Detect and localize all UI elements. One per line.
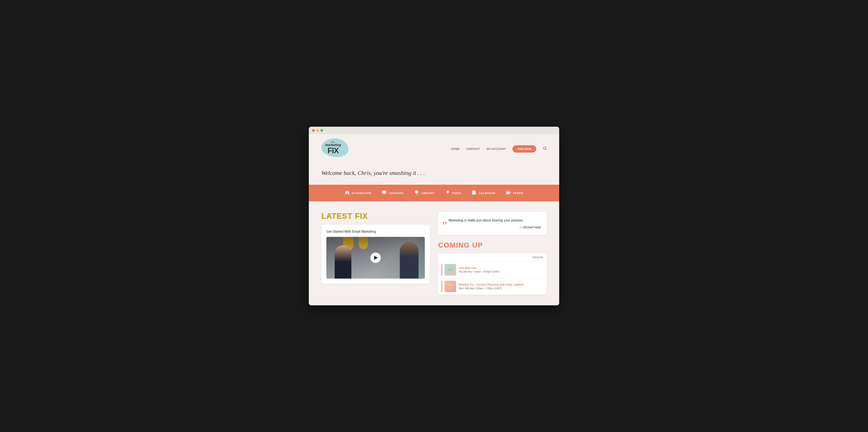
perks-label: PERKS [513, 192, 523, 195]
svg-line-1 [546, 149, 546, 150]
quote-mark-icon: ,, [442, 216, 447, 224]
nav-item-fixes[interactable]: FIXES [445, 190, 461, 196]
nav-item-perks[interactable]: PERKS [506, 190, 523, 196]
monitor-icon [382, 190, 386, 196]
latest-fix-title: LATEST FIX [321, 212, 430, 221]
site-header: the marketing FIX + + HOME CONTACT MY AC… [309, 134, 559, 163]
play-button[interactable] [370, 252, 381, 263]
nav-contact[interactable]: CONTACT [466, 147, 480, 151]
event-info-2: Monthly Fix - Content Planning with Andy… [459, 283, 524, 290]
dashboard-label: DASHBOARD [352, 192, 371, 195]
nav-item-calendar[interactable]: CALENDAR [471, 190, 495, 196]
calendar-icon [471, 190, 476, 196]
join-now-button[interactable]: JOIN NOW [513, 145, 536, 153]
logo-area[interactable]: the marketing FIX + + [321, 138, 350, 159]
video-title: Get Started With Email Marketing [326, 230, 425, 234]
traffic-light-yellow[interactable] [316, 129, 319, 132]
logo-fix: FIX [325, 147, 341, 154]
house-icon [345, 190, 350, 196]
subscribe-button[interactable]: Subscribe [532, 256, 543, 259]
quote-card: ,, Marketing is really just about sharin… [438, 212, 547, 235]
library-label: LIBRARY [421, 192, 435, 195]
nav-my-account[interactable]: MY ACCOUNT [487, 147, 506, 151]
courses-label: COURSES [389, 192, 404, 195]
calendar-header: Subscribe [438, 253, 547, 261]
coffee-icon [506, 190, 511, 196]
browser-window: the marketing FIX + + HOME CONTACT MY AC… [309, 127, 559, 305]
event-date-2: Wed 18th Mar 1:00pm - 2:00pm (GMT) [459, 287, 524, 290]
calendar-event-2[interactable]: FIX Monthly Fix - Content Planning with … [438, 278, 547, 295]
search-icon[interactable] [543, 147, 547, 151]
left-column: LATEST FIX Get Started With Email Market… [321, 212, 430, 295]
event-accent-bar-2 [441, 281, 442, 292]
right-column: ,, Marketing is really just about sharin… [438, 212, 547, 295]
browser-chrome [309, 127, 559, 134]
video-card: Get Started With Email Marketing [321, 225, 430, 284]
event-thumbnail-1: Q&A [445, 264, 456, 276]
nav-item-courses[interactable]: COURSES [382, 190, 404, 196]
logo-plus-symbols: + + [342, 153, 348, 158]
nav-home[interactable]: HOME [451, 147, 460, 151]
main-content: LATEST FIX Get Started With Email Market… [309, 202, 559, 305]
event-accent-bar-1 [441, 264, 442, 276]
main-nav: HOME CONTACT MY ACCOUNT JOIN NOW [451, 145, 547, 153]
quote-author: — Michael Hyatt [448, 225, 541, 229]
fixes-label: FIXES [452, 192, 461, 195]
svg-rect-2 [382, 190, 386, 193]
logo-blob: the marketing FIX + + [321, 138, 350, 159]
event-title-2: Monthly Fix - Content Planning with Andy… [459, 283, 524, 286]
lightbulb-icon [445, 190, 450, 196]
quote-text: Marketing is really just about sharing y… [448, 218, 541, 223]
event-info-1: Live Q&A Call Thu 5th Mar 7:00pm - 8:00p… [459, 266, 500, 273]
svg-rect-6 [472, 191, 476, 194]
svg-text:FIX: FIX [449, 286, 452, 288]
svg-text:Q&A: Q&A [448, 269, 453, 271]
logo-text: the marketing FIX [325, 141, 341, 154]
nav-item-library[interactable]: LIBRARY [414, 190, 435, 196]
event-title-1: Live Q&A Call [459, 266, 500, 270]
coming-up-title: COMING UP [438, 241, 547, 249]
nav-bar: DASHBOARD COURSES LIBRARY FIXES CALENDAR [309, 185, 559, 202]
play-triangle-icon [374, 256, 378, 260]
calendar-event-1[interactable]: Q&A Live Q&A Call Thu 5th Mar 7:00pm - 8… [438, 261, 547, 278]
video-thumbnail[interactable] [326, 237, 425, 279]
calendar-label: CALENDAR [478, 192, 495, 195]
download-icon [414, 190, 419, 196]
logo-the: the [325, 141, 341, 143]
traffic-light-red[interactable] [312, 129, 315, 132]
event-thumbnail-2: FIX [445, 281, 456, 292]
welcome-banner: Welcome back, Chris, you're smashing it … [309, 163, 559, 185]
event-date-1: Thu 5th Mar 7:00pm - 8:00pm (GMT) [459, 270, 500, 273]
nav-item-dashboard[interactable]: DASHBOARD [345, 190, 371, 196]
traffic-light-green[interactable] [320, 129, 323, 132]
calendar-card: Subscribe Q&A Live Q&A Call Thu 5th Mar … [438, 253, 547, 295]
welcome-text: Welcome back, Chris, you're smashing it … [321, 170, 547, 176]
